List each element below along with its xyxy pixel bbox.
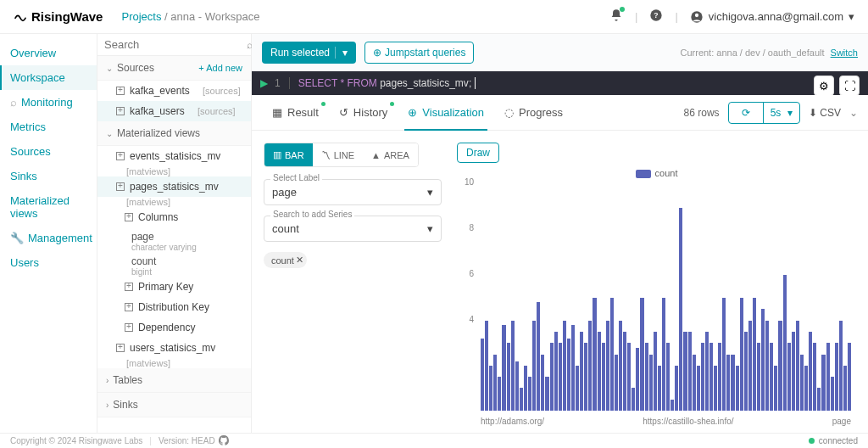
row-count: 86 rows [684, 107, 720, 119]
nav-monitoring[interactable]: ⌕Monitoring [0, 90, 97, 115]
context-indicator: Current: anna / dev / oauth_default Swit… [681, 48, 859, 58]
legend: count [457, 168, 856, 178]
switch-context-link[interactable]: Switch [831, 48, 858, 58]
plus-icon: ⊕ [373, 47, 381, 59]
progress-icon: ◌ [504, 106, 514, 119]
key-icon [125, 303, 133, 311]
line-number: 1 [275, 77, 290, 89]
tree-dk[interactable]: Distribution Key [97, 297, 251, 317]
line-icon: 〽 [321, 150, 331, 160]
gear-icon: ⚙ [819, 80, 829, 92]
refresh-icon: ⟳ [735, 107, 757, 119]
auto-refresh[interactable]: ⟳ 5s▾ [728, 102, 801, 124]
label-select[interactable]: page▾ [264, 179, 442, 205]
play-icon[interactable]: ▶ [260, 77, 268, 89]
dep-icon [125, 323, 133, 332]
grid-icon: ▦ [272, 106, 282, 119]
nav-mviews[interactable]: Materialized views [0, 188, 97, 226]
series-select[interactable]: count▾ [264, 216, 442, 242]
remove-chip-button[interactable]: ✕ [296, 255, 303, 266]
svg-point-3 [695, 13, 698, 16]
tab-result[interactable]: ▦Result [262, 95, 329, 130]
nav-sources[interactable]: Sources [0, 139, 97, 164]
chart-type-group: ▥BAR 〽LINE ▲AREA [264, 143, 419, 167]
svg-text:?: ? [654, 11, 659, 20]
nav-users[interactable]: Users [0, 250, 97, 275]
github-icon[interactable] [219, 435, 229, 447]
search-input[interactable] [104, 38, 247, 51]
user-menu[interactable]: vichigova.anna@gmail.com ▾ [690, 10, 854, 24]
nav-sinks[interactable]: Sinks [0, 164, 97, 188]
area-icon: ▲ [371, 150, 381, 160]
chevron-down-icon: ▾ [849, 10, 854, 23]
chart-type-area[interactable]: ▲AREA [363, 143, 418, 166]
settings-button[interactable]: ⚙ [814, 76, 834, 96]
tab-visualization[interactable]: ⊕Visualization [398, 95, 494, 130]
section-sinks[interactable]: ›Sinks [97, 393, 251, 417]
col-count: countbigint [97, 252, 251, 277]
tree-kafka-events[interactable]: kafka_events [sources] [97, 81, 251, 101]
chart-type-line[interactable]: 〽LINE [313, 143, 363, 166]
sql-editor[interactable]: ▶ 1 SELECT * FROM pages_statisics_mv; ⚙ … [252, 71, 868, 95]
nav-workspace[interactable]: Workspace [0, 65, 97, 90]
history-icon: ↺ [339, 106, 348, 119]
chevron-down-icon: ▾ [427, 186, 433, 199]
breadcrumb: Projects / anna - Workspace [121, 10, 259, 23]
field-label: Select Label [270, 173, 322, 182]
wrench-icon: 🔧 [10, 232, 24, 244]
tab-progress[interactable]: ◌Progress [494, 95, 573, 130]
breadcrumb-current: anna - Workspace [170, 10, 259, 23]
table-icon [116, 87, 125, 95]
key-icon [125, 283, 133, 291]
tree-pk[interactable]: Primary Key [97, 277, 251, 297]
bell-icon[interactable] [609, 8, 623, 25]
chevron-down-icon: ▾ [427, 222, 433, 235]
download-icon: ⬇ [809, 107, 817, 119]
chevron-down-icon[interactable]: ⌄ [849, 107, 858, 119]
table-icon [116, 152, 125, 160]
tree-pages-mv[interactable]: pages_statisics_mv [97, 176, 251, 197]
connection-status: connected [809, 436, 858, 445]
table-icon [116, 182, 125, 191]
footer-copyright: Copyright © 2024 Risingwave Labs [10, 436, 142, 445]
chart-type-bar[interactable]: ▥BAR [264, 143, 313, 166]
tab-history[interactable]: ↺History [329, 95, 398, 130]
nav-management[interactable]: 🔧Management [0, 226, 97, 250]
footer-version: Version: HEAD [159, 436, 215, 445]
run-selected-button[interactable]: Run selected▾ [262, 42, 356, 64]
chart-icon: ⊕ [408, 106, 417, 119]
tree-kafka-users[interactable]: kafka_users [sources] [97, 101, 251, 121]
nav-metrics[interactable]: Metrics [0, 115, 97, 139]
breadcrumb-projects[interactable]: Projects [121, 10, 161, 23]
bar-chart: 10864 http://adams.org/https://castillo-… [457, 182, 856, 429]
tree-columns[interactable]: Columns [97, 207, 251, 227]
tree-users-mv[interactable]: users_statisics_mv [97, 338, 251, 358]
chevron-down-icon: ▾ [787, 107, 799, 119]
bar-icon: ▥ [273, 149, 281, 160]
add-source-button[interactable]: + Add new [198, 63, 242, 73]
series-chip: count✕ [264, 252, 307, 268]
table-icon [116, 107, 125, 115]
section-tables[interactable]: ›Tables [97, 368, 251, 393]
draw-button[interactable]: Draw [457, 143, 499, 163]
fullscreen-button[interactable]: ⛶ [839, 76, 860, 96]
logo[interactable]: RisingWave [14, 9, 103, 24]
table-icon [116, 344, 125, 352]
section-sources[interactable]: ⌄Sources+ Add new [97, 56, 251, 81]
field-label: Search to add Series [270, 210, 354, 219]
chevron-down-icon: ▾ [335, 47, 348, 59]
tree-events-mv[interactable]: events_statisics_mv [97, 146, 251, 166]
nav-overview[interactable]: Overview [0, 41, 97, 65]
help-icon[interactable]: ? [649, 8, 663, 25]
section-mviews[interactable]: ⌄Materialized views [97, 121, 251, 146]
search-icon: ⌕ [10, 96, 17, 109]
export-csv-button[interactable]: ⬇CSV [809, 107, 841, 119]
tree-dep[interactable]: Dependency [97, 317, 251, 338]
columns-icon [125, 213, 133, 221]
col-page: pagecharacter varying [97, 227, 251, 252]
jumpstart-button[interactable]: ⊕Jumpstart queries [364, 42, 474, 64]
fullscreen-icon: ⛶ [844, 80, 855, 92]
